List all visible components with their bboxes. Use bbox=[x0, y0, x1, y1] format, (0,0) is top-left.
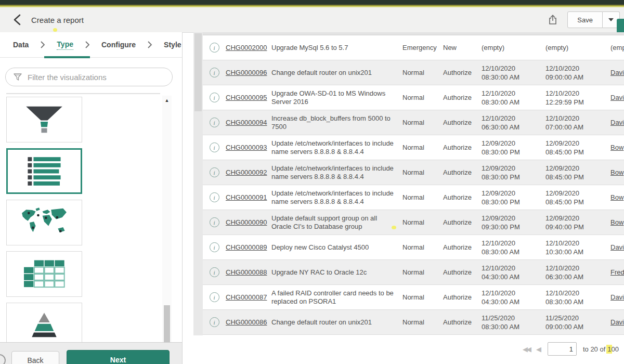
priority-value: Emergency bbox=[402, 44, 443, 51]
start-date-value: 12/10/2020 06:30:00 AM bbox=[482, 114, 545, 132]
info-icon[interactable]: i bbox=[203, 317, 226, 327]
end-date-value: 12/10/2020 06:30:00 AM bbox=[545, 264, 610, 281]
top-dark-strip bbox=[0, 0, 624, 5]
short-description: Upgrade OWA-SD-01 to MS Windows Server 2… bbox=[271, 89, 402, 106]
info-icon[interactable]: i bbox=[203, 242, 226, 252]
table-row: iCHG0000087A failed RAID controller card… bbox=[203, 285, 624, 310]
record-number-link[interactable]: CHG0000089 bbox=[226, 243, 271, 251]
end-date-value: 12/09/2020 08:45:00 PM bbox=[545, 189, 610, 206]
info-icon[interactable]: i bbox=[203, 142, 226, 152]
circled-i-icon: i bbox=[210, 118, 219, 127]
pyramid-chart-icon bbox=[19, 310, 69, 341]
info-icon[interactable]: i bbox=[203, 192, 226, 202]
scrollbar-thumb[interactable] bbox=[164, 305, 170, 344]
chevron-right-icon bbox=[147, 41, 152, 49]
circled-i-icon: i bbox=[210, 93, 219, 102]
page-number-input[interactable] bbox=[548, 342, 577, 356]
priority-value: Normal bbox=[402, 218, 443, 226]
viz-thumbnail-funnel[interactable] bbox=[6, 97, 82, 142]
state-value: Authorize bbox=[443, 119, 482, 126]
table-row: iCHG0000094Increase db_block_buffers fro… bbox=[203, 110, 624, 135]
record-number-link[interactable]: CHG0000090 bbox=[226, 218, 271, 226]
info-icon[interactable]: i bbox=[203, 167, 226, 177]
record-number-link[interactable]: CHG0000096 bbox=[226, 69, 271, 76]
assignee-link[interactable]: David bbox=[610, 94, 624, 101]
circled-i-icon: i bbox=[210, 192, 219, 202]
end-date-value: (empty) bbox=[545, 43, 610, 52]
next-button[interactable]: Next bbox=[67, 350, 170, 364]
tab-style[interactable]: Style bbox=[164, 41, 181, 49]
list-chart-icon bbox=[19, 155, 69, 187]
info-icon[interactable]: i bbox=[203, 267, 226, 277]
table-body: iCHG0002000Upgrade MySql 5.6 to 5.7Emerg… bbox=[203, 35, 624, 335]
assignee-link[interactable]: David bbox=[610, 293, 624, 301]
state-value: Authorize bbox=[443, 144, 482, 151]
funnel-filter-icon bbox=[13, 72, 22, 82]
sidebar-scrollbar[interactable]: ▲ ▼ bbox=[162, 96, 172, 364]
caret-down-icon bbox=[608, 18, 614, 21]
assignee-link[interactable]: Bow bbox=[610, 144, 624, 151]
short-description: Update /etc/network/interfaces to includ… bbox=[271, 164, 402, 181]
assignee-link[interactable]: Bow bbox=[610, 168, 624, 176]
assignee-link[interactable]: David bbox=[610, 119, 624, 126]
tab-data[interactable]: Data bbox=[13, 41, 29, 49]
short-description: Upgrade NY RAC to Oracle 12c bbox=[271, 268, 402, 277]
record-number-link[interactable]: CHG0000086 bbox=[226, 318, 271, 326]
assignee-link[interactable]: Fred bbox=[610, 268, 624, 276]
record-number-link[interactable]: CHG0000091 bbox=[226, 193, 271, 201]
chevron-right-icon bbox=[40, 41, 45, 49]
assignee-link[interactable]: Bow bbox=[610, 218, 624, 226]
viz-thumbnail-pivot-table[interactable] bbox=[6, 251, 82, 297]
info-icon[interactable]: i bbox=[203, 68, 226, 77]
start-date-value: 12/09/2020 08:30:00 PM bbox=[482, 164, 545, 181]
page-title: Create a report bbox=[31, 16, 84, 24]
visualization-list bbox=[6, 97, 160, 354]
short-description: Upgrade MySql 5.6 to 5.7 bbox=[271, 44, 402, 52]
priority-value: Normal bbox=[402, 293, 443, 301]
end-date-value: 12/09/2020 08:45:00 PM bbox=[545, 164, 610, 181]
state-value: Authorize bbox=[443, 94, 482, 101]
state-value: Authorize bbox=[443, 168, 482, 176]
viz-thumbnail-list[interactable] bbox=[6, 148, 82, 194]
info-icon[interactable]: i bbox=[203, 217, 226, 227]
end-date-value: 12/10/2020 08:30:00 AM bbox=[545, 289, 610, 306]
tab-configure[interactable]: Configure bbox=[101, 41, 136, 49]
record-number-link[interactable]: CHG0000095 bbox=[226, 94, 271, 101]
assignee-link[interactable]: David bbox=[610, 69, 624, 76]
info-icon[interactable]: i bbox=[203, 118, 226, 127]
back-chevron-icon[interactable] bbox=[10, 13, 24, 27]
filter-input[interactable] bbox=[27, 72, 172, 82]
end-date-value: 12/10/2020 07:00:00 AM bbox=[545, 114, 610, 132]
assignee-link[interactable]: David bbox=[610, 243, 624, 251]
record-number-link[interactable]: CHG0000088 bbox=[226, 268, 271, 276]
info-icon[interactable]: i bbox=[203, 292, 226, 302]
info-icon[interactable]: i bbox=[203, 93, 226, 102]
priority-value: Normal bbox=[402, 168, 443, 176]
back-button[interactable]: Back bbox=[11, 351, 59, 364]
priority-value: Normal bbox=[402, 193, 443, 201]
table-row: iCHG0000095Upgrade OWA-SD-01 to MS Windo… bbox=[203, 85, 624, 110]
table-scrollbar-thumb[interactable] bbox=[194, 33, 202, 111]
table-row: iCHG0000096Change default router on unix… bbox=[203, 60, 624, 85]
record-number-link[interactable]: CHG0000094 bbox=[226, 119, 271, 126]
record-number-link[interactable]: CHG0002000 bbox=[226, 44, 271, 51]
record-number-link[interactable]: CHG0000093 bbox=[226, 144, 271, 151]
assignee-link[interactable]: Bow bbox=[610, 193, 624, 201]
scroll-up-icon[interactable]: ▲ bbox=[164, 98, 170, 103]
tab-type[interactable]: Type bbox=[57, 40, 73, 50]
save-button[interactable]: Save bbox=[567, 11, 603, 28]
viz-thumbnail-world-map[interactable] bbox=[6, 200, 82, 245]
record-number-link[interactable]: CHG0000092 bbox=[226, 168, 271, 176]
first-page-icon[interactable]: ◀◀ bbox=[523, 345, 530, 353]
info-icon[interactable]: i bbox=[203, 43, 226, 53]
table-row: iCHG0000088Upgrade NY RAC to Oracle 12cN… bbox=[203, 260, 624, 285]
previous-page-icon[interactable]: ◀ bbox=[536, 345, 541, 353]
assignee-link[interactable]: David bbox=[610, 318, 624, 326]
share-icon[interactable] bbox=[545, 12, 560, 27]
state-value: New bbox=[443, 44, 482, 51]
state-value: Authorize bbox=[443, 268, 482, 276]
viz-thumbnail-pyramid[interactable] bbox=[6, 303, 82, 348]
state-value: Authorize bbox=[443, 69, 482, 76]
record-number-link[interactable]: CHG0000087 bbox=[226, 293, 271, 301]
priority-value: Normal bbox=[402, 69, 443, 76]
